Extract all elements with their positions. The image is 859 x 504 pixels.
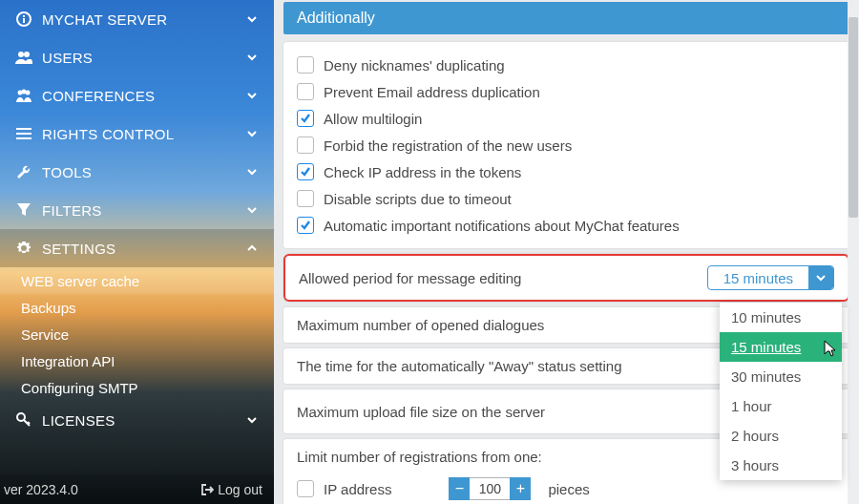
edit-period-select[interactable]: 15 minutes [707, 265, 834, 290]
version-label: ver 2023.4.0 [4, 482, 200, 497]
dropdown-option[interactable]: 30 minutes [720, 362, 842, 391]
ip-label: IP address [324, 481, 391, 497]
chevron-down-icon [243, 414, 261, 426]
svg-rect-9 [16, 133, 31, 135]
scrollbar[interactable] [848, 0, 859, 504]
dropdown-option[interactable]: 1 hour [720, 391, 842, 421]
row-label: The time for the automatically "Away" st… [297, 358, 622, 374]
check-row: Allow multilogin [297, 105, 836, 132]
svg-rect-1 [23, 18, 25, 23]
row-label: Maximum upload file size on the server [297, 404, 545, 420]
checkbox[interactable] [297, 190, 314, 207]
row-label: Allowed period for message editing [299, 270, 521, 286]
minus-button[interactable]: − [449, 477, 470, 500]
check-row: Automatic important notifications about … [297, 212, 836, 239]
info-icon [13, 11, 34, 27]
checkbox[interactable] [297, 56, 314, 74]
svg-point-7 [26, 91, 31, 95]
sidebar-label: TOOLS [42, 164, 243, 180]
list-icon [13, 127, 34, 140]
chevron-down-icon [243, 90, 261, 101]
checkbox[interactable] [297, 83, 314, 100]
check-row: Forbid the registration of the new users [297, 132, 836, 158]
users-icon [13, 89, 34, 102]
dropdown-option[interactable]: 10 minutes [720, 303, 842, 332]
row-label: Maximum number of opened dialogues [297, 317, 544, 333]
checkbox[interactable] [297, 136, 314, 154]
check-label: Allow multilogin [324, 111, 422, 127]
edit-period-dropdown: 10 minutes15 minutes30 minutes1 hour2 ho… [720, 303, 842, 480]
ip-count-input[interactable] [470, 477, 510, 500]
sidebar-footer: ver 2023.4.0 Log out [0, 475, 274, 504]
chevron-up-icon [243, 242, 261, 254]
chevron-down-icon [808, 266, 833, 289]
sidebar-sub-smtp[interactable]: Configuring SMTP [0, 374, 274, 401]
gear-icon [13, 241, 34, 256]
sidebar-sub-service[interactable]: Service [0, 321, 274, 347]
sidebar-sub-backups[interactable]: Backups [0, 294, 274, 321]
sidebar-item-tools[interactable]: TOOLS [0, 153, 274, 191]
svg-point-3 [18, 52, 24, 57]
svg-rect-8 [16, 128, 31, 130]
main-panel: Additionally Deny nicknames' duplicating… [274, 0, 859, 504]
svg-rect-10 [16, 137, 31, 139]
cursor-icon [819, 339, 838, 362]
check-row: Deny nicknames' duplicating [297, 52, 836, 78]
dropdown-option[interactable]: 2 hours [720, 421, 842, 451]
checkbox[interactable] [297, 110, 314, 127]
chevron-down-icon [243, 166, 261, 178]
chevron-down-icon [243, 128, 261, 139]
check-row: Prevent Email address duplication [297, 78, 836, 105]
users-icon [13, 51, 34, 64]
check-label: Deny nicknames' duplicating [324, 57, 505, 74]
checkbox-card: Deny nicknames' duplicatingPrevent Email… [283, 42, 849, 248]
svg-point-4 [24, 52, 30, 57]
dropdown-option[interactable]: 3 hours [720, 451, 842, 480]
chevron-down-icon [243, 13, 261, 25]
panel-title: Additionally [283, 2, 849, 34]
sidebar-sub-web-cache[interactable]: WEB server cache [0, 267, 274, 294]
filter-icon [13, 203, 34, 217]
sidebar-label: LICENSES [42, 412, 243, 429]
svg-point-11 [17, 413, 25, 421]
sidebar-label: SETTINGS [42, 241, 243, 257]
sidebar: MYCHAT SERVER USERS CONFERENCES RIGHTS C… [0, 0, 274, 504]
logout-icon [200, 483, 214, 496]
wrench-icon [13, 164, 34, 179]
chevron-down-icon [243, 204, 261, 216]
sidebar-item-mychat-server[interactable]: MYCHAT SERVER [0, 0, 274, 38]
sidebar-item-conferences[interactable]: CONFERENCES [0, 76, 274, 115]
sidebar-item-licenses[interactable]: LICENSES [0, 401, 274, 439]
ip-count-spinner[interactable]: − + [449, 477, 531, 500]
sidebar-item-users[interactable]: USERS [0, 38, 274, 76]
sidebar-item-filters[interactable]: FILTERS [0, 191, 274, 229]
row-edit-period: Allowed period for message editing 15 mi… [283, 254, 849, 302]
check-row: Check IP address in the tokens [297, 158, 836, 185]
sidebar-label: RIGHTS CONTROL [42, 126, 243, 142]
checkbox[interactable] [297, 163, 314, 180]
checkbox[interactable] [297, 217, 314, 234]
sidebar-item-rights-control[interactable]: RIGHTS CONTROL [0, 115, 274, 153]
scrollbar-thumb[interactable] [849, 17, 858, 218]
key-icon [13, 412, 34, 428]
sidebar-sub-integration-api[interactable]: Integration API [0, 347, 274, 374]
check-label: Check IP address in the tokens [324, 164, 521, 180]
plus-button[interactable]: + [510, 477, 531, 500]
svg-rect-2 [23, 15, 25, 17]
sidebar-item-settings[interactable]: SETTINGS [0, 229, 274, 267]
chevron-down-icon [243, 52, 261, 63]
sidebar-label: USERS [42, 50, 243, 66]
check-label: Prevent Email address duplication [324, 84, 540, 100]
logout-button[interactable]: Log out [200, 482, 262, 497]
sidebar-label: MYCHAT SERVER [42, 11, 243, 28]
check-row: Disable scripts due to timeout [297, 185, 836, 212]
check-label: Disable scripts due to timeout [324, 191, 512, 207]
sidebar-label: FILTERS [42, 202, 243, 219]
ip-checkbox[interactable] [297, 480, 314, 497]
sidebar-label: CONFERENCES [42, 88, 243, 104]
check-label: Forbid the registration of the new users [324, 137, 572, 154]
check-label: Automatic important notifications about … [324, 218, 680, 234]
pieces-label: pieces [548, 481, 589, 497]
